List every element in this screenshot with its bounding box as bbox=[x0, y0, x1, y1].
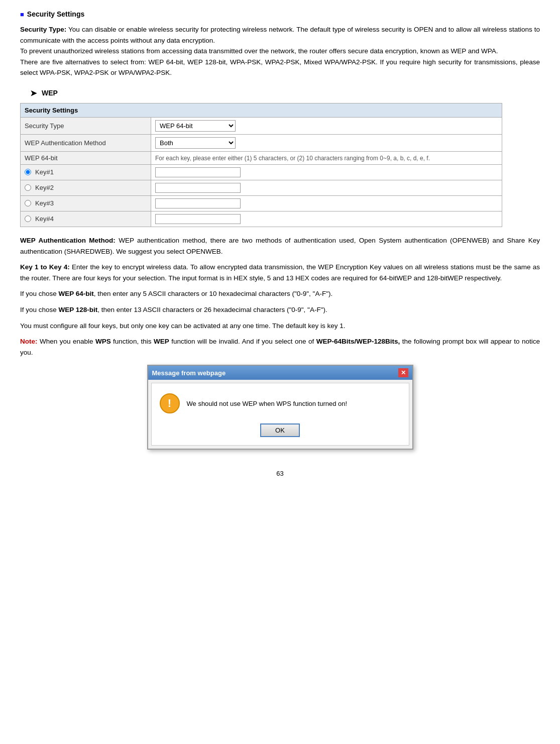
key2-input-cell bbox=[151, 180, 502, 195]
dialog-close-button[interactable]: ✕ bbox=[398, 368, 408, 377]
table-row: Key#1 bbox=[21, 164, 502, 180]
wep64-hint-cell: For each key, please enter either (1) 5 … bbox=[151, 151, 502, 164]
intro-paragraphs: Security Type: You can disable or enable… bbox=[20, 24, 540, 78]
table-row: WEP Authentication Method Both Open Syst… bbox=[21, 134, 502, 151]
section-title: ■ Security Settings bbox=[20, 10, 540, 18]
desc-auth-method: WEP Authentication Method: WEP authentic… bbox=[20, 235, 540, 257]
key4-input[interactable] bbox=[155, 214, 241, 224]
dialog-title: Message from webpage bbox=[152, 369, 226, 377]
table-header-row: Security Settings bbox=[21, 103, 502, 117]
dialog-wrapper: Message from webpage ✕ ! We should not u… bbox=[20, 365, 540, 450]
desc-wep64: If you chose WEP 64-bit, then enter any … bbox=[20, 288, 540, 299]
key2-label: Key#2 bbox=[21, 180, 151, 195]
key3-radio[interactable] bbox=[25, 200, 31, 206]
key1-input[interactable] bbox=[155, 167, 241, 177]
wep64-label: WEP 64-bit bbox=[21, 151, 151, 164]
key1-input-cell bbox=[151, 164, 502, 180]
dialog-message-text: We should not use WEP when WPS function … bbox=[187, 400, 348, 407]
table-row: WEP 64-bit For each key, please enter ei… bbox=[21, 151, 502, 164]
dialog-box: Message from webpage ✕ ! We should not u… bbox=[147, 365, 413, 450]
key1-radio[interactable] bbox=[25, 169, 31, 175]
security-settings-table: Security Settings Security Type WEP 64-b… bbox=[20, 103, 502, 227]
key2-input[interactable] bbox=[155, 183, 241, 193]
table-header-cell: Security Settings bbox=[21, 103, 502, 117]
security-type-label: Security Type bbox=[21, 117, 151, 134]
page-container: ■ Security Settings Security Type: You c… bbox=[20, 10, 540, 477]
dialog-body: ! We should not use WEP when WPS functio… bbox=[151, 383, 409, 446]
intro-para-1: Security Type: You can disable or enable… bbox=[20, 24, 540, 78]
security-type-cell: WEP 64-bit WEP 128-bit WPA-PSK WPA2-PSK … bbox=[151, 117, 502, 134]
table-row: Key#3 bbox=[21, 195, 502, 211]
dialog-ok-button[interactable]: OK bbox=[260, 423, 300, 437]
key4-input-cell bbox=[151, 211, 502, 227]
key1-label: Key#1 bbox=[21, 164, 151, 180]
security-type-select[interactable]: WEP 64-bit WEP 128-bit WPA-PSK WPA2-PSK … bbox=[155, 120, 236, 132]
desc-key1to4: Key 1 to Key 4: Enter the key to encrypt… bbox=[20, 262, 540, 283]
note-label: Note: bbox=[20, 338, 38, 345]
table-row: Security Type WEP 64-bit WEP 128-bit WPA… bbox=[21, 117, 502, 134]
key3-input[interactable] bbox=[155, 198, 241, 208]
auth-method-select[interactable]: Both Open System Share Key bbox=[155, 137, 236, 149]
desc-wep128: If you chose WEP 128-bit, then enter 13 … bbox=[20, 304, 540, 315]
key3-input-cell bbox=[151, 195, 502, 211]
key4-label: Key#4 bbox=[21, 211, 151, 227]
arrow-icon: ➤ bbox=[30, 88, 37, 98]
wep64-hint-text: For each key, please enter either (1) 5 … bbox=[155, 155, 430, 162]
table-row: Key#2 bbox=[21, 180, 502, 195]
page-number: 63 bbox=[20, 470, 540, 477]
dialog-message-row: ! We should not use WEP when WPS functio… bbox=[160, 393, 401, 413]
key4-radio[interactable] bbox=[25, 216, 31, 222]
warning-icon: ! bbox=[160, 393, 180, 413]
wep-heading: ➤ WEP bbox=[30, 88, 540, 98]
desc-note: Note: When you enable WPS function, this… bbox=[20, 336, 540, 358]
dialog-titlebar: Message from webpage ✕ bbox=[148, 366, 412, 380]
key1-text: Key#1 bbox=[35, 168, 54, 176]
section-title-text: Security Settings bbox=[27, 10, 84, 18]
table-row: Key#4 bbox=[21, 211, 502, 227]
key4-text: Key#4 bbox=[35, 215, 54, 223]
wep-subsection: ➤ WEP Security Settings Security Type WE… bbox=[20, 88, 540, 450]
key2-text: Key#2 bbox=[35, 184, 54, 191]
section-title-icon: ■ bbox=[20, 11, 24, 18]
key2-radio[interactable] bbox=[25, 184, 31, 191]
wep-heading-text: WEP bbox=[42, 89, 58, 97]
desc-configure: You must configure all four keys, but on… bbox=[20, 321, 540, 332]
key3-text: Key#3 bbox=[35, 199, 54, 207]
key3-label: Key#3 bbox=[21, 195, 151, 211]
auth-method-label: WEP Authentication Method bbox=[21, 134, 151, 151]
auth-method-cell: Both Open System Share Key bbox=[151, 134, 502, 151]
